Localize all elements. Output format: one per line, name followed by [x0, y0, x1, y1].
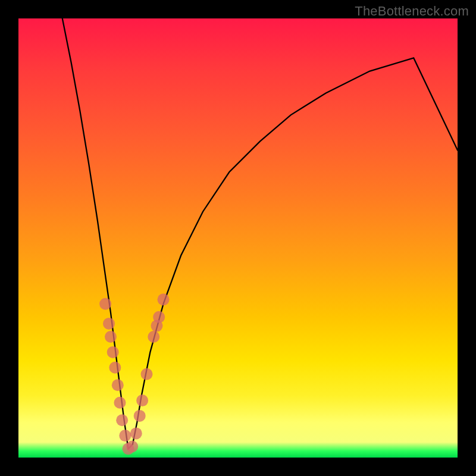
sample-dot: [107, 346, 119, 358]
sample-dot: [153, 311, 165, 323]
sample-dot: [136, 394, 148, 406]
sample-dot: [112, 379, 124, 391]
sample-dot: [130, 427, 142, 439]
bottleneck-curve: [62, 18, 458, 449]
watermark-text: TheBottleneck.com: [355, 4, 469, 19]
chart-svg: [18, 18, 458, 458]
sample-dot: [116, 414, 128, 426]
plot-area: [18, 18, 458, 458]
sample-dot: [151, 320, 162, 332]
chart-stage: TheBottleneck.com: [0, 0, 476, 476]
sample-dot: [109, 362, 121, 374]
sample-dot: [134, 410, 146, 422]
sample-dot: [141, 368, 153, 380]
sample-dot: [99, 298, 111, 310]
sample-dot: [126, 441, 138, 453]
sample-dot: [119, 430, 131, 441]
sample-dot: [158, 293, 170, 305]
sample-dot: [103, 318, 115, 330]
sample-dot: [148, 331, 159, 343]
sample-dot: [105, 331, 117, 343]
sample-dot: [123, 443, 134, 455]
sample-points: [99, 293, 169, 455]
sample-dot: [114, 397, 126, 409]
